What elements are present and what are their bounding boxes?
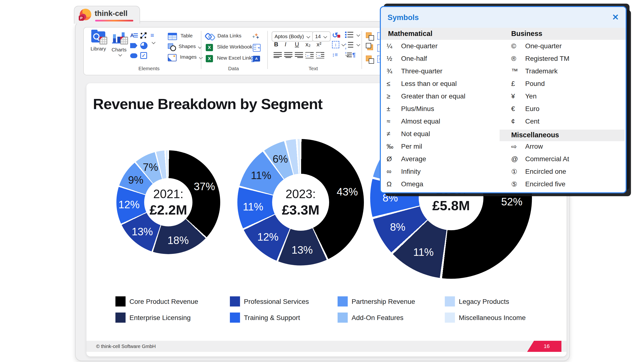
- donut-chart-2023[interactable]: 2023: £3.3M43%13%12%11%11%6%: [237, 139, 364, 266]
- legend-label: Professional Services: [244, 298, 309, 306]
- align-left-button[interactable]: [274, 52, 282, 58]
- new-excel-link-button[interactable]: X New Excel Link: [206, 55, 252, 62]
- donut-total-label: £5.8M: [432, 198, 470, 213]
- italic-button[interactable]: I: [285, 41, 286, 48]
- spreadsheet-overlay-icon: [120, 37, 128, 44]
- decrease-indent-button[interactable]: [306, 52, 314, 58]
- symbol-row[interactable]: ⑤Encircled five: [381, 180, 626, 193]
- symbol-row[interactable]: ¥Yen: [381, 92, 626, 105]
- tableau-icon[interactable]: +++: [253, 33, 260, 40]
- table-button[interactable]: Table: [168, 33, 193, 40]
- chevron-down-icon[interactable]: [356, 33, 360, 37]
- symbol-row[interactable]: ™Trademark: [381, 67, 626, 80]
- paragraph-marks-button[interactable]: ¶: [352, 52, 360, 59]
- bullet-list-button[interactable]: [345, 31, 354, 39]
- connector-button[interactable]: [140, 32, 147, 39]
- group-separator: [362, 31, 362, 69]
- symbols-dialog[interactable]: Symbols ✕ Mathematical Business Miscella…: [380, 6, 626, 193]
- arrange-back-button[interactable]: [367, 44, 373, 50]
- symbol-row[interactable]: ①Encircled one: [381, 168, 626, 180]
- legend-swatch: [116, 313, 126, 323]
- slice-percent-label: 18%: [167, 234, 188, 246]
- group-separator: [267, 31, 268, 69]
- align-right-button[interactable]: [295, 52, 303, 58]
- workbook-link-icon[interactable]: ⌁: [253, 44, 260, 52]
- increase-indent-button[interactable]: [316, 52, 324, 58]
- pentagon-shape-button[interactable]: [130, 42, 138, 49]
- donut-center: 2023: £3.3M: [272, 174, 329, 231]
- symbol-glyph: ⑤: [511, 180, 523, 188]
- slice-percent-label: 8%: [390, 221, 406, 233]
- text-box-button[interactable]: A: [130, 32, 138, 39]
- symbol-row[interactable]: €Euro: [381, 105, 626, 117]
- subscript-button[interactable]: x₂: [306, 41, 310, 48]
- symbol-glyph: €: [511, 105, 523, 113]
- numbered-list-button[interactable]: [345, 41, 354, 49]
- chevron-down-icon: [306, 34, 310, 38]
- slice-percent-label: 13%: [292, 244, 313, 256]
- legend-swatch: [116, 296, 126, 307]
- superscript-button[interactable]: x²: [316, 41, 322, 48]
- symbol-glyph: ®: [511, 55, 523, 62]
- slice-percent-label: 37%: [194, 181, 215, 193]
- table-label: Table: [180, 33, 192, 38]
- fit-text-button[interactable]: ↕: [332, 41, 339, 48]
- spreadsheet-overlay-icon: [100, 37, 107, 44]
- text-link-icon[interactable]: A: [253, 56, 260, 61]
- symbol-row[interactable]: @Commercial At: [381, 155, 626, 168]
- library-button[interactable]: Library: [88, 31, 108, 52]
- slice-percent-label: 8%: [382, 192, 398, 204]
- symbol-glyph: ¢: [511, 117, 523, 125]
- legend-swatch: [230, 313, 240, 323]
- legend-label: Partnership Revenue: [352, 298, 415, 306]
- symbol-row[interactable]: ⇨Arrow: [381, 143, 626, 155]
- legend-label: Add-On Features: [352, 314, 404, 322]
- table-icon: [168, 33, 177, 40]
- data-links-button[interactable]: Data Links: [206, 33, 242, 40]
- slice-percent-label: 11%: [413, 246, 434, 258]
- symbol-row[interactable]: ®Registered TM: [381, 55, 626, 67]
- think-cell-tab[interactable]: P think-cell: [74, 6, 140, 24]
- slide-workbook-button[interactable]: X Slide Workbook: [206, 44, 252, 51]
- arrange-front-button[interactable]: [366, 32, 372, 38]
- slide-workbook-label: Slide Workbook: [217, 44, 252, 49]
- list-options-button[interactable]: ≡: [150, 32, 158, 39]
- bold-button[interactable]: B: [274, 41, 278, 48]
- symbol-glyph: ™: [511, 67, 523, 75]
- font-name-select[interactable]: Aptos (Body): [272, 31, 314, 41]
- rounded-rectangle-button[interactable]: [130, 53, 138, 58]
- charts-button[interactable]: Charts: [109, 31, 129, 57]
- pie-chart-button[interactable]: [140, 42, 148, 49]
- symbol-row[interactable]: ©One-quarter: [381, 42, 626, 55]
- font-name-value: Aptos (Body): [274, 33, 304, 39]
- symbol-label: Cent: [525, 117, 540, 125]
- chevron-down-icon: [152, 40, 156, 44]
- symbol-row[interactable]: ¢Cent: [381, 117, 626, 130]
- symbol-row[interactable]: £Pound: [381, 80, 626, 92]
- slide-footer-bar: © think-cell Software GmbH 16: [86, 341, 566, 352]
- shapes-button[interactable]: Shapes: [168, 43, 201, 51]
- section-header-business: Business: [511, 30, 542, 38]
- chevron-down-icon[interactable]: [356, 42, 360, 46]
- line-spacing-button[interactable]: ↕≡: [332, 52, 339, 59]
- symbol-row[interactable]: ≠Not equal: [381, 130, 626, 143]
- underline-button[interactable]: U: [295, 41, 299, 48]
- copyright-text: © think-cell Software GmbH: [96, 344, 156, 349]
- symbol-label: Not equal: [401, 130, 430, 138]
- font-size-select[interactable]: 14: [312, 31, 330, 41]
- rotate-text-button[interactable]: ↺: [332, 31, 339, 38]
- arrange-select-button[interactable]: [366, 55, 372, 61]
- font-size-value: 14: [315, 33, 321, 39]
- align-center-button[interactable]: [284, 52, 292, 58]
- symbol-glyph: @: [511, 155, 523, 163]
- excel-icon: X: [206, 44, 213, 51]
- chevron-down-icon[interactable]: [342, 42, 345, 46]
- dialog-title: Symbols: [388, 13, 419, 22]
- donut-chart-2021[interactable]: 2021: £2.2M37%18%13%12%9%7%: [116, 150, 220, 254]
- checkbox-button[interactable]: ✓: [140, 52, 147, 59]
- close-icon[interactable]: ✕: [612, 12, 619, 22]
- legend-label: Training & Support: [244, 314, 300, 322]
- library-icon: [91, 31, 105, 42]
- symbol-glyph: ¥: [511, 92, 523, 100]
- images-button[interactable]: Images: [168, 54, 202, 61]
